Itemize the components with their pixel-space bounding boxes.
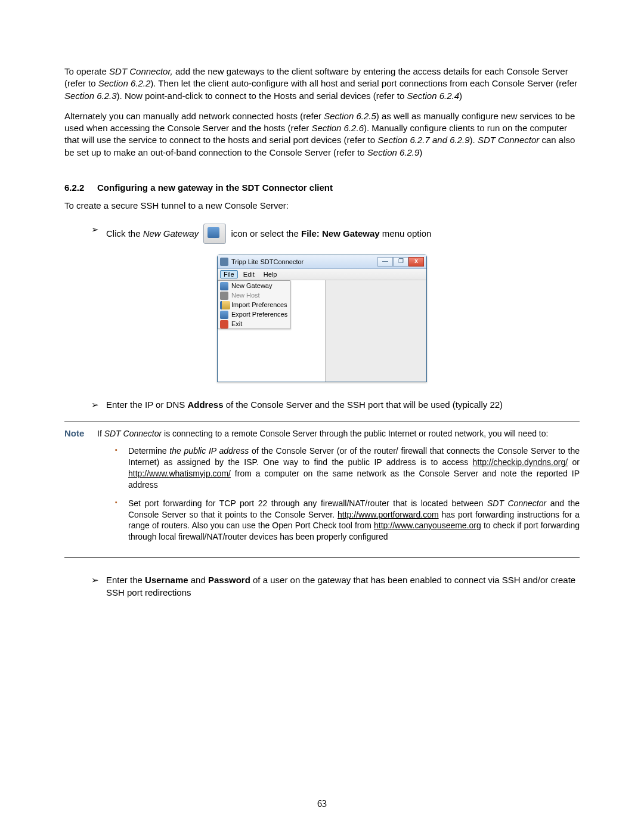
export-icon — [220, 311, 228, 319]
close-button[interactable]: x — [408, 257, 424, 267]
menu-item-new-gateway[interactable]: New Gateway — [218, 281, 290, 290]
section-heading: 6.2.2Configuring a new gateway in the SD… — [64, 182, 580, 193]
section-intro: To create a secure SSH tunnel to a new C… — [64, 200, 580, 212]
step-2: Enter the IP or DNS Address of the Conso… — [91, 399, 580, 411]
menu-item-new-host[interactable]: New Host — [218, 290, 290, 300]
menu-item-exit[interactable]: Exit — [218, 319, 290, 329]
note-item-1: Determine the public IP address of the C… — [115, 445, 580, 491]
note-block: Note If SDT Connector is connecting to a… — [64, 422, 580, 558]
window-titlebar[interactable]: Tripp Lite SDTConnector — ❐ x — [218, 255, 426, 269]
exit-icon — [220, 320, 228, 329]
menu-bar: File Edit Help — [218, 269, 426, 280]
paragraph-1: To operate SDT Connector, add the new ga… — [64, 66, 580, 102]
maximize-button[interactable]: ❐ — [393, 257, 408, 267]
window-title: Tripp Lite SDTConnector — [231, 258, 377, 265]
paragraph-2: Alternately you can manually add network… — [64, 110, 580, 159]
link-portforward[interactable]: http://www.portforward.com — [338, 510, 439, 519]
menu-item-export-prefs[interactable]: Export Preferences — [218, 309, 290, 319]
link-whatismyip[interactable]: http://www.whatismyip.com/ — [128, 469, 231, 478]
note-item-2: Set port forwarding for TCP port 22 thro… — [115, 498, 580, 543]
import-icon — [220, 301, 230, 309]
file-menu-dropdown: New Gateway New Host Import Preferences … — [218, 280, 290, 329]
section-number: 6.2.2 — [64, 182, 97, 193]
host-icon — [220, 292, 228, 300]
gateway-icon — [220, 282, 228, 290]
menu-edit[interactable]: Edit — [240, 270, 258, 278]
link-canyouseeme[interactable]: http://www.canyouseeme.org — [374, 521, 481, 530]
section-title: Configuring a new gateway in the SDT Con… — [97, 182, 333, 193]
app-icon — [220, 258, 228, 266]
step-1: Click the New Gateway icon or select the… — [91, 224, 580, 244]
menu-item-import-prefs[interactable]: Import Preferences — [218, 300, 290, 309]
minimize-button[interactable]: — — [377, 257, 393, 267]
menu-help[interactable]: Help — [260, 270, 281, 278]
link-checkip[interactable]: http://checkip.dyndns.org/ — [473, 457, 568, 467]
detail-pane — [326, 280, 426, 382]
document-page: To operate SDT Connector, add the new ga… — [0, 0, 644, 833]
menu-file[interactable]: File — [220, 270, 238, 278]
note-label: Note — [64, 428, 97, 550]
new-gateway-icon — [203, 224, 226, 244]
note-intro: If SDT Connector is connecting to a remo… — [97, 428, 580, 439]
step-3: Enter the Username and Password of a use… — [91, 574, 580, 599]
tree-pane: New Gateway New Host Import Preferences … — [218, 280, 326, 382]
page-number: 63 — [0, 798, 644, 809]
app-window: Tripp Lite SDTConnector — ❐ x File Edit … — [217, 255, 427, 382]
